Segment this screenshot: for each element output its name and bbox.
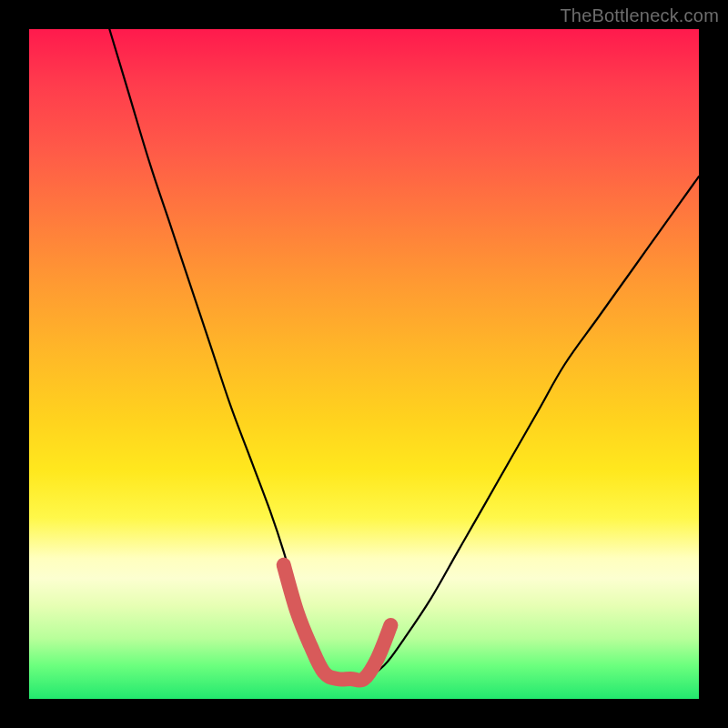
watermark-text: TheBottleneck.com <box>560 5 719 26</box>
outer-frame: TheBottleneck.com <box>0 0 728 728</box>
chart-svg <box>29 29 699 699</box>
highlight-curve-path <box>284 565 391 681</box>
plot-area <box>29 29 699 699</box>
main-curve-path <box>109 29 699 680</box>
